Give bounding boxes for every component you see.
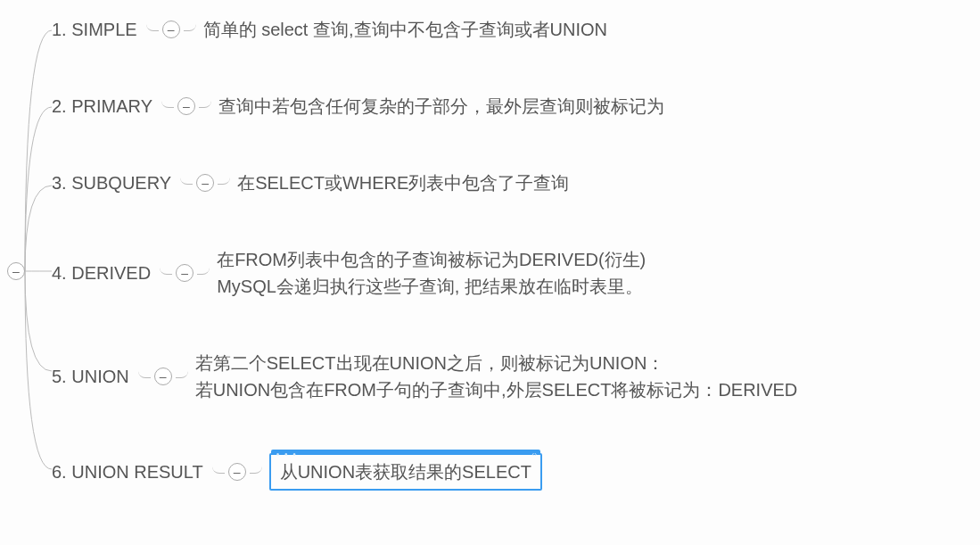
connector-line — [250, 463, 262, 474]
connector-line — [176, 367, 188, 378]
node-label: 3. SUBQUERY — [52, 173, 171, 194]
window-dots-icon: ● ● ● — [276, 450, 298, 458]
node-label: 1. SIMPLE — [52, 20, 137, 40]
node-description: 若第二个SELECT出现在UNION之后，则被标记为UNION： 若UNION包… — [195, 350, 798, 403]
collapse-toggle[interactable]: – — [154, 367, 172, 385]
node-label: 5. UNION — [52, 367, 129, 387]
connector-line — [218, 174, 230, 185]
node-description: 在FROM列表中包含的子查询被标记为DERIVED(衍生) MySQL会递归执行… — [217, 246, 646, 300]
minus-icon: – — [202, 177, 209, 189]
node-label: 6. UNION RESULT — [52, 462, 203, 483]
minus-icon: – — [181, 267, 188, 279]
node-primary[interactable]: 2. PRIMARY – 查询中若包含任何复杂的子部分，最外层查询则被标记为 — [52, 93, 970, 120]
collapse-toggle[interactable]: – — [228, 463, 246, 481]
node-description-selected[interactable]: ● ● ● ‹› 从UNION表获取结果的SELECT — [269, 453, 542, 491]
collapse-toggle[interactable]: – — [177, 97, 195, 115]
connector-line — [161, 97, 174, 108]
connector-line — [212, 463, 225, 474]
node-description: 简单的 select 查询,查询中不包含子查询或者UNION — [203, 16, 607, 43]
node-union-result[interactable]: 6. UNION RESULT – ● ● ● ‹› 从UNION表获取结果的S… — [52, 453, 970, 491]
collapse-toggle[interactable]: – — [176, 264, 194, 282]
collapse-toggle[interactable]: – — [162, 21, 180, 38]
connector-line — [180, 174, 193, 185]
node-description: 查询中若包含任何复杂的子部分，最外层查询则被标记为 — [218, 93, 664, 120]
connector-line — [160, 264, 172, 275]
node-simple[interactable]: 1. SIMPLE – 简单的 select 查询,查询中不包含子查询或者UNI… — [52, 16, 970, 43]
node-derived[interactable]: 4. DERIVED – 在FROM列表中包含的子查询被标记为DERIVED(衍… — [52, 246, 970, 300]
connector-line — [138, 367, 151, 378]
node-list: 1. SIMPLE – 简单的 select 查询,查询中不包含子查询或者UNI… — [52, 16, 970, 491]
window-expand-icon: ‹› — [532, 450, 537, 460]
connector-line — [199, 97, 211, 108]
node-label: 4. DERIVED — [52, 263, 151, 284]
node-description: 在SELECT或WHERE列表中包含了子查询 — [237, 169, 569, 196]
minus-icon: – — [183, 100, 190, 112]
collapse-toggle[interactable]: – — [196, 174, 214, 192]
connector-line — [146, 21, 159, 31]
connector-line — [197, 264, 210, 275]
node-label: 2. PRIMARY — [52, 96, 152, 117]
minus-icon: – — [160, 370, 167, 383]
minus-icon: – — [12, 265, 20, 277]
minus-icon: – — [168, 23, 175, 36]
minus-icon: – — [234, 466, 241, 478]
node-subquery[interactable]: 3. SUBQUERY – 在SELECT或WHERE列表中包含了子查询 — [52, 169, 970, 196]
root-collapse-toggle[interactable]: – — [7, 262, 25, 280]
node-union[interactable]: 5. UNION – 若第二个SELECT出现在UNION之后，则被标记为UNI… — [52, 350, 970, 403]
connector-line — [184, 21, 196, 31]
